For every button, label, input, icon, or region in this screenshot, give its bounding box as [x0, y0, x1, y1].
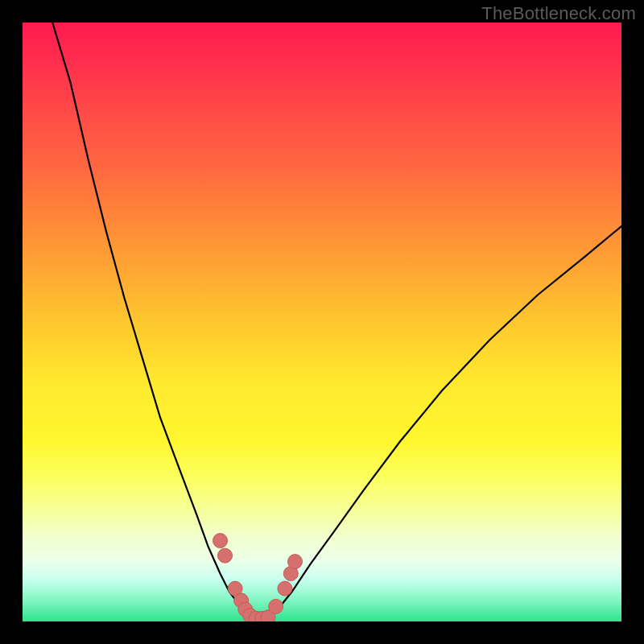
marker-dot — [269, 599, 283, 613]
watermark-text: TheBottleneck.com — [481, 3, 636, 24]
marker-dots — [213, 534, 303, 621]
plot-area — [23, 23, 621, 621]
marker-dot — [218, 548, 233, 563]
curve-left — [52, 23, 249, 618]
chart-svg — [23, 23, 621, 621]
marker-dot — [288, 555, 303, 569]
chart-frame: TheBottleneck.com — [0, 0, 644, 644]
marker-dot — [213, 534, 228, 548]
marker-dot — [278, 581, 292, 596]
curve-right — [271, 226, 621, 616]
